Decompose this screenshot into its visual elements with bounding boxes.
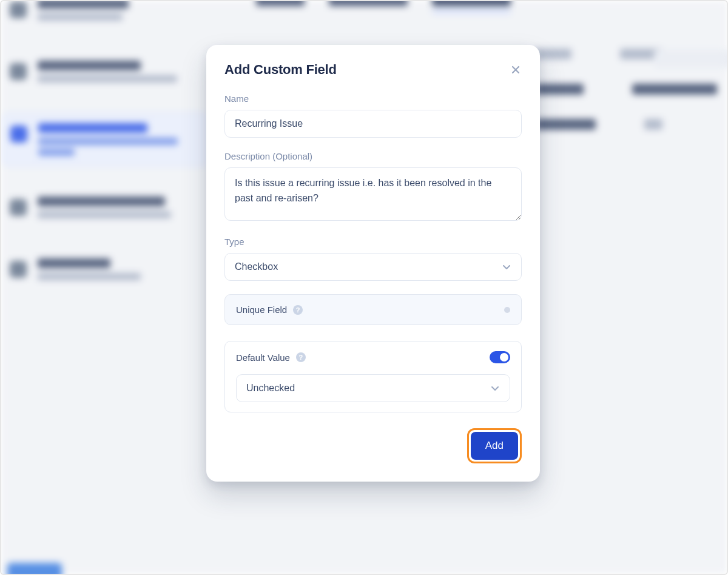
description-textarea[interactable] — [224, 167, 522, 221]
default-value-select-value: Unchecked — [246, 383, 295, 394]
unique-field-status-indicator — [504, 307, 510, 313]
name-input[interactable] — [224, 110, 522, 138]
add-button[interactable]: Add — [471, 432, 518, 460]
close-button[interactable] — [510, 64, 522, 76]
modal-title: Add Custom Field — [224, 62, 337, 78]
add-button-highlight: Add — [467, 428, 522, 463]
default-value-panel: Default Value ? Unchecked — [224, 341, 522, 412]
chevron-down-icon — [490, 383, 500, 393]
type-select-value: Checkbox — [235, 261, 278, 272]
help-icon[interactable]: ? — [296, 352, 306, 362]
chevron-down-icon — [502, 262, 511, 272]
description-label: Description (Optional) — [224, 151, 522, 161]
close-icon — [511, 65, 521, 75]
name-label: Name — [224, 93, 522, 104]
default-value-select[interactable]: Unchecked — [236, 374, 510, 402]
type-select[interactable]: Checkbox — [224, 253, 522, 281]
add-custom-field-modal: Add Custom Field Name Description (Optio… — [206, 45, 540, 482]
type-label: Type — [224, 237, 522, 247]
unique-field-label: Unique Field — [236, 304, 287, 315]
description-group: Description (Optional) — [224, 151, 522, 223]
type-group: Type Checkbox — [224, 237, 522, 281]
name-group: Name — [224, 93, 522, 138]
default-value-toggle[interactable] — [490, 351, 510, 363]
default-value-label: Default Value — [236, 352, 290, 363]
help-icon[interactable]: ? — [293, 305, 303, 315]
unique-field-panel: Unique Field ? — [224, 294, 522, 325]
